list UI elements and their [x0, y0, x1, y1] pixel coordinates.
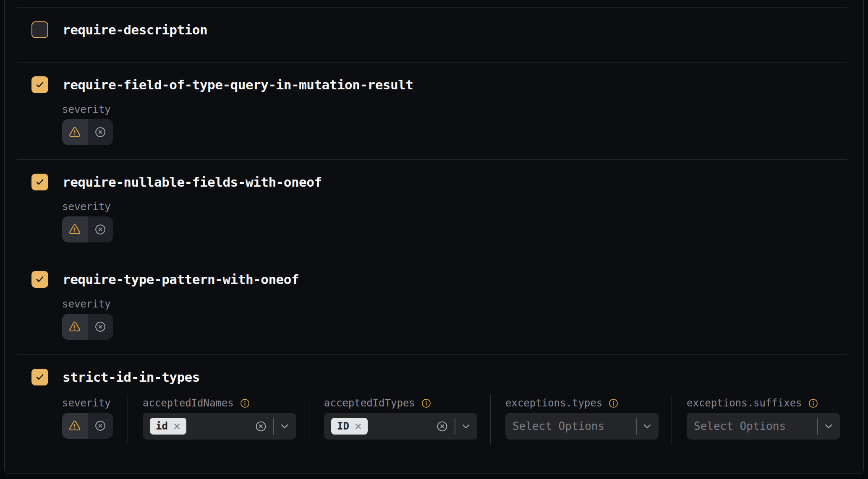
severity-off-button[interactable]: [88, 119, 113, 145]
info-icon[interactable]: [808, 398, 818, 409]
rule-row-require-description: require-description: [5, 8, 863, 62]
select-placeholder: Select Options: [694, 420, 786, 432]
severity-label: severity: [62, 104, 863, 115]
severity-off-button[interactable]: [88, 314, 113, 340]
rule-title: strict-id-in-types: [63, 370, 200, 385]
rule-row-require-nullable-fields-with-oneof: require-nullable-fields-with-oneof sever…: [5, 160, 863, 257]
acceptedIdNames-multiselect[interactable]: id: [143, 413, 296, 440]
option-column-severity: severity: [62, 398, 128, 440]
info-icon[interactable]: [421, 398, 431, 409]
select-divider: [273, 418, 274, 435]
severity-warn-button[interactable]: [62, 413, 88, 439]
warning-triangle-icon: [68, 223, 81, 236]
select-divider: [455, 418, 455, 435]
check-icon: [35, 177, 45, 187]
rule-checkbox[interactable]: [31, 76, 48, 93]
check-icon: [35, 274, 45, 284]
exceptions-types-select[interactable]: Select Options: [505, 413, 659, 440]
rule-checkbox[interactable]: [31, 174, 48, 190]
info-icon[interactable]: [240, 398, 250, 409]
clear-all-icon[interactable]: [255, 420, 267, 432]
severity-toggle: [62, 413, 113, 439]
select-divider: [636, 418, 637, 435]
rule-row-require-field-of-type-query-in-mutation-result: require-field-of-type-query-in-mutation-…: [5, 62, 863, 159]
circle-x-icon: [94, 320, 107, 333]
option-column-acceptedIdNames: acceptedIdNames id: [128, 398, 309, 440]
selected-tag: id: [150, 418, 186, 435]
option-label: exceptions.types: [505, 397, 602, 409]
select-divider: [817, 418, 818, 435]
chevron-down-icon[interactable]: [462, 424, 470, 429]
option-label: acceptedIdTypes: [324, 397, 415, 409]
rule-checkbox[interactable]: [31, 369, 48, 385]
option-label: exceptions.suffixes: [687, 397, 802, 409]
severity-off-button[interactable]: [88, 413, 113, 439]
circle-x-icon: [94, 223, 107, 236]
check-icon: [35, 80, 45, 90]
circle-x-icon: [94, 126, 107, 138]
tag-remove-x-icon[interactable]: [355, 423, 362, 430]
warning-triangle-icon: [68, 320, 81, 333]
info-icon[interactable]: [608, 398, 619, 409]
severity-warn-button[interactable]: [62, 216, 88, 242]
severity-label: severity: [62, 201, 863, 212]
rule-title: require-nullable-fields-with-oneof: [63, 174, 322, 190]
severity-warn-button[interactable]: [62, 314, 88, 340]
severity-warn-button[interactable]: [62, 119, 88, 145]
exceptions-suffixes-select[interactable]: Select Options: [687, 413, 840, 440]
option-column-exceptions-types: exceptions.types Select Options: [491, 398, 672, 440]
rule-title: require-field-of-type-query-in-mutation-…: [63, 77, 413, 92]
clear-all-icon[interactable]: [436, 420, 448, 432]
chevron-down-icon[interactable]: [643, 424, 651, 429]
severity-toggle: [62, 216, 113, 242]
rule-checkbox[interactable]: [31, 21, 48, 38]
select-placeholder: Select Options: [512, 420, 604, 432]
chevron-down-icon[interactable]: [824, 424, 833, 429]
warning-triangle-icon: [68, 126, 81, 138]
circle-x-icon: [94, 419, 107, 432]
severity-label: severity: [62, 299, 863, 310]
rule-row-strict-id-in-types: strict-id-in-types severity: [5, 355, 863, 474]
severity-toggle: [62, 314, 113, 340]
rule-title: require-description: [63, 22, 207, 37]
rule-row-require-type-pattern-with-oneof: require-type-pattern-with-oneof severity: [5, 257, 863, 354]
warning-triangle-icon: [68, 419, 81, 432]
selected-tag: ID: [331, 418, 368, 435]
rule-title: require-type-pattern-with-oneof: [63, 272, 299, 287]
option-label: acceptedIdNames: [143, 397, 234, 409]
chevron-down-icon[interactable]: [280, 424, 289, 429]
option-column-exceptions-suffixes: exceptions.suffixes Select Options: [672, 398, 853, 440]
rule-checkbox[interactable]: [31, 271, 48, 288]
check-icon: [35, 372, 45, 382]
option-column-acceptedIdTypes: acceptedIdTypes ID: [309, 398, 490, 440]
rules-config-card: require-description require-field-of-typ…: [4, 0, 864, 474]
tag-remove-x-icon[interactable]: [173, 423, 180, 430]
acceptedIdTypes-multiselect[interactable]: ID: [324, 413, 477, 440]
severity-label: severity: [62, 398, 113, 409]
severity-off-button[interactable]: [88, 216, 113, 242]
severity-toggle: [62, 119, 113, 145]
